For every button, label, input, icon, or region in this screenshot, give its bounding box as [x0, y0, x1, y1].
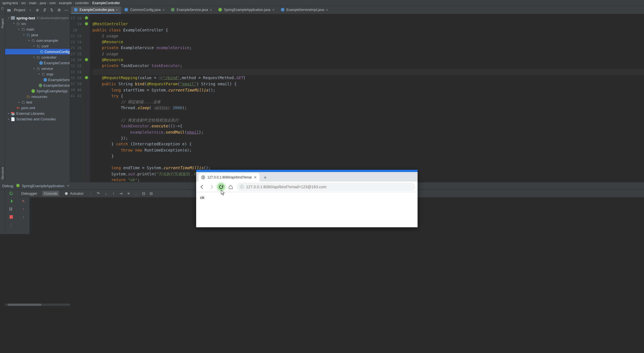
- chevron-down-icon[interactable]: ▾: [27, 39, 30, 42]
- tree-item-external-libs[interactable]: ▸📚External Libraries: [5, 111, 70, 116]
- step-into-icon[interactable]: ↓: [104, 191, 108, 196]
- chevron-right-icon[interactable]: ▸: [7, 112, 10, 115]
- tree-item-resources[interactable]: 🗀resources: [5, 94, 70, 99]
- chevron-right-icon[interactable]: ▸: [7, 118, 10, 120]
- down-button[interactable]: ↓: [22, 214, 24, 219]
- evaluate-icon[interactable]: ≡: [126, 191, 131, 196]
- editor-tab[interactable]: ExampleController.java ✕: [71, 6, 121, 14]
- crumb[interactable]: java: [40, 1, 46, 5]
- home-button[interactable]: [227, 183, 234, 191]
- tree-item-package[interactable]: ▾🗀service: [5, 66, 70, 71]
- chevron-right-icon[interactable]: ›: [28, 8, 33, 12]
- crumb[interactable]: main: [29, 1, 36, 5]
- crumb[interactable]: ExampleController: [92, 1, 120, 5]
- tree-item-package[interactable]: ▾🗀conf: [5, 43, 70, 49]
- tree-item-class[interactable]: CommonConfig: [5, 49, 70, 54]
- gear-icon[interactable]: ⚙: [57, 8, 61, 12]
- up-button[interactable]: ↑: [22, 207, 24, 211]
- browser-window[interactable]: 127.0.0.1:8080/api/bind?emai ✕ + ⓘ 127.0…: [196, 170, 418, 227]
- console-tab[interactable]: Console: [42, 191, 59, 196]
- tree-item-package[interactable]: ▾🗀controller: [5, 54, 70, 60]
- rerun-button[interactable]: [9, 191, 14, 196]
- editor-tab[interactable]: ExampleService.java ✕: [168, 6, 215, 14]
- usage-hint[interactable]: 1 usage: [101, 34, 118, 38]
- tree-item-interface[interactable]: ExampleService: [5, 82, 70, 88]
- forward-button[interactable]: [208, 183, 215, 191]
- close-icon[interactable]: ✕: [272, 8, 275, 12]
- structure-vertical-tab[interactable]: Structure: [1, 167, 4, 180]
- new-tab-button[interactable]: +: [261, 174, 269, 182]
- chevron-down-icon[interactable]: ▾: [7, 17, 10, 19]
- tree-item-package[interactable]: ▾🗀impl: [5, 71, 70, 77]
- close-icon[interactable]: ✕: [162, 8, 165, 12]
- close-icon[interactable]: ✕: [116, 8, 118, 12]
- address-bar[interactable]: ⓘ 127.0.0.1:8080/api/bind?email=123@163.…: [237, 183, 415, 191]
- close-icon[interactable]: ✕: [67, 184, 70, 188]
- debugger-tab[interactable]: Debugger: [20, 191, 39, 196]
- spring-gutter-icon[interactable]: [85, 58, 88, 62]
- browser-tab[interactable]: 127.0.0.1:8080/api/bind?emai ✕: [198, 173, 260, 182]
- spring-gutter-icon[interactable]: [85, 16, 88, 20]
- tree-item-class[interactable]: ExampleServ: [5, 77, 70, 82]
- step-button[interactable]: [9, 207, 14, 212]
- usage-hint[interactable]: 1 usage: [101, 52, 118, 56]
- chevron-down-icon[interactable]: ▾: [22, 33, 25, 36]
- project-vertical-tab[interactable]: Project: [1, 19, 4, 28]
- chevron-down-icon[interactable]: ▾: [17, 28, 20, 31]
- tree-item-package[interactable]: ▾🗀com.example: [5, 38, 70, 43]
- crumb[interactable]: spring-test: [2, 1, 18, 5]
- step-out-icon[interactable]: ↑: [111, 191, 115, 196]
- chevron-down-icon[interactable]: ▾: [12, 22, 15, 25]
- close-icon[interactable]: ✕: [210, 8, 212, 12]
- tree-item-class[interactable]: ExampleControl: [5, 60, 70, 66]
- chevron-right-icon[interactable]: ▸: [17, 101, 20, 104]
- reload-button[interactable]: [217, 183, 225, 191]
- crumb[interactable]: controller: [75, 1, 89, 5]
- close-icon[interactable]: ✕: [254, 175, 257, 179]
- tree-item-main[interactable]: ▾🗀main: [5, 26, 70, 32]
- tree-item-scratches[interactable]: ▸📄Scratches and Consoles: [5, 116, 70, 122]
- tree-item-java[interactable]: ▾🗀java: [5, 32, 70, 38]
- run-to-cursor-icon[interactable]: ⇥: [119, 191, 123, 196]
- run-config-name[interactable]: SpringExampleApplication: [22, 184, 64, 188]
- close-icon[interactable]: ✕: [326, 8, 328, 12]
- chevron-down-icon[interactable]: ▾: [33, 67, 35, 70]
- crumb[interactable]: src: [21, 1, 26, 5]
- site-info-icon[interactable]: ⓘ: [240, 184, 244, 189]
- tree-item-test[interactable]: ▸🗀test: [5, 99, 70, 105]
- expand-icon[interactable]: ⇅: [50, 8, 54, 12]
- settings-icon[interactable]: ⊟: [149, 191, 153, 196]
- view-breakpoints-icon[interactable]: ⊡: [142, 191, 146, 196]
- target-icon[interactable]: ⊕: [35, 8, 40, 12]
- tree-root[interactable]: ▾ spring-test E:\Java\examples\sprin: [5, 15, 70, 21]
- project-view-icon[interactable]: [7, 8, 11, 12]
- hide-icon[interactable]: —: [64, 8, 68, 12]
- editor-tab[interactable]: CommonConfig.java ✕: [122, 6, 168, 14]
- collapse-icon[interactable]: ⇵: [42, 8, 47, 12]
- more-button[interactable]: ⋮: [9, 222, 14, 227]
- editor-tab[interactable]: ExampleServiceImpl.java ✕: [278, 6, 331, 14]
- crumb[interactable]: com: [49, 1, 56, 5]
- chevron-down-icon[interactable]: ▾: [38, 73, 40, 75]
- spring-gutter-icon[interactable]: [85, 22, 88, 26]
- resume-button[interactable]: [9, 199, 14, 204]
- chevron-down-icon[interactable]: ▾: [33, 45, 35, 47]
- chevron-down-icon[interactable]: ▾: [33, 56, 35, 59]
- crumb[interactable]: example: [59, 1, 72, 5]
- project-label[interactable]: Project: [14, 8, 25, 12]
- tree-item-spring-app[interactable]: SpringExampleApp: [5, 88, 70, 94]
- tree-item-src[interactable]: ▾🗀src: [5, 21, 70, 26]
- spring-gutter-icon[interactable]: [85, 76, 88, 80]
- code-editor[interactable]: 17 18 19 20 21 22 23 24 25 26 27 28 29 3…: [70, 14, 644, 182]
- back-button[interactable]: [198, 183, 206, 191]
- actuator-tab[interactable]: ⬢Actuator: [62, 191, 85, 196]
- step-over-icon[interactable]: ↷: [96, 191, 100, 196]
- package-icon: 🗀: [31, 38, 35, 43]
- project-tree[interactable]: ▾ spring-test E:\Java\examples\sprin ▾🗀s…: [5, 14, 70, 182]
- project-tool-tab-icon[interactable]: ▢: [1, 7, 4, 10]
- tree-item-pom[interactable]: mpom.xml: [5, 105, 70, 111]
- editor-tab[interactable]: SpringExampleApplication.java ✕: [216, 6, 277, 14]
- code-content[interactable]: @RestController public class ExampleCont…: [90, 14, 644, 182]
- scroll-end-button[interactable]: ✎: [22, 199, 25, 203]
- stop-button[interactable]: [9, 214, 14, 219]
